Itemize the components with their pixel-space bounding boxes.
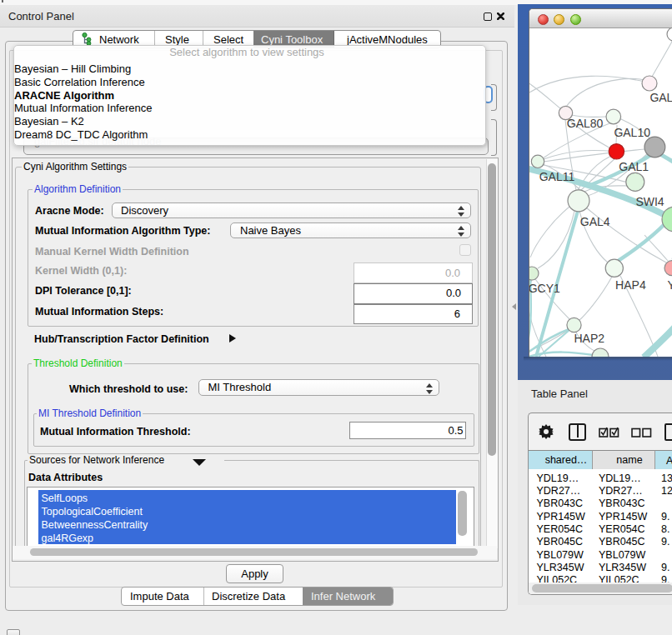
svg-text:GAL4: GAL4: [579, 215, 609, 228]
svg-text:GAL80: GAL80: [566, 117, 603, 130]
svg-text:HAP4: HAP4: [615, 278, 646, 292]
svg-text:GAL2: GAL2: [649, 91, 672, 104]
svg-text:YIL: YIL: [667, 278, 672, 292]
svg-text:HAP2: HAP2: [574, 332, 604, 345]
svg-text:SWI4: SWI4: [635, 195, 664, 208]
svg-text:GAL10: GAL10: [614, 126, 650, 139]
svg-text:GAL11: GAL11: [539, 170, 574, 183]
svg-text:GCY1: GCY1: [529, 282, 560, 295]
svg-text:GAL1: GAL1: [619, 160, 649, 173]
